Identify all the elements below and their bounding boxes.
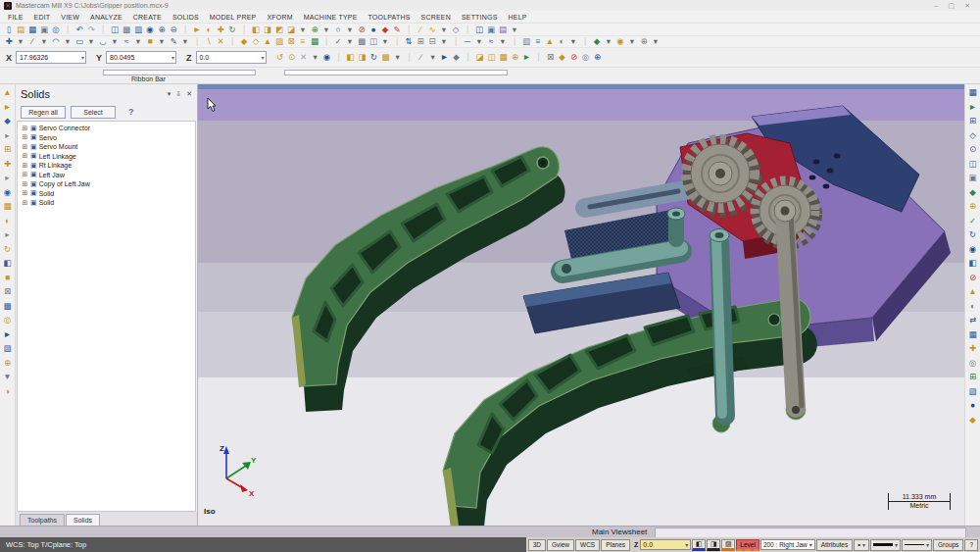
- toolbar-icon[interactable]: ∕: [416, 52, 427, 63]
- toolbar-icon[interactable]: ◎: [50, 25, 62, 35]
- toolbar-icon[interactable]: ◡: [97, 36, 109, 47]
- expand-icon[interactable]: ⊞: [22, 125, 28, 132]
- toolbar-icon[interactable]: ●: [966, 400, 979, 411]
- toolbar-icon[interactable]: ✕: [215, 36, 226, 47]
- status-z-input[interactable]: 0.0 ▾: [640, 539, 691, 550]
- toolbar-icon[interactable]: ▾: [132, 36, 144, 47]
- toolbar-icon[interactable]: ▾: [320, 25, 332, 35]
- color-swatch-button[interactable]: ◨: [707, 539, 720, 551]
- toolbar-icon[interactable]: ▾: [38, 36, 50, 47]
- toolbar-icon[interactable]: ✎: [168, 36, 179, 47]
- toolbar-icon[interactable]: ▾: [427, 52, 439, 63]
- toolbar-icon[interactable]: ◇: [450, 25, 462, 35]
- toolbar-icon[interactable]: ▾: [438, 36, 450, 47]
- toolbar-icon[interactable]: ≡: [297, 36, 309, 47]
- toolbar-icon[interactable]: ⊟: [426, 36, 438, 47]
- toolbar-icon[interactable]: ◎: [1, 315, 14, 326]
- collapse-icon[interactable]: ▾: [168, 90, 172, 98]
- expand-icon[interactable]: ⊞: [22, 133, 28, 141]
- toolbar-icon[interactable]: ▸: [1, 173, 14, 183]
- toolbar-icon[interactable]: ◪: [474, 52, 486, 63]
- tree-item[interactable]: ⊞ ▣ Solid: [22, 198, 195, 208]
- tree-item[interactable]: ⊞ ▣ Left Linkage: [22, 152, 195, 162]
- toolbar-icon[interactable]: ◉: [966, 244, 979, 255]
- menu-item[interactable]: MACHINE TYPE: [304, 14, 358, 21]
- toolbar-icon[interactable]: ▾: [438, 25, 450, 35]
- close-icon[interactable]: ✕: [186, 90, 192, 98]
- toolbar-icon[interactable]: ⊠: [285, 36, 297, 47]
- toolbar-icon[interactable]: ▦: [966, 329, 979, 340]
- toolbar-icon[interactable]: ↻: [368, 52, 380, 63]
- color-swatch-button[interactable]: ▨: [721, 539, 735, 551]
- toolbar-icon[interactable]: ▾: [509, 25, 520, 35]
- menu-item[interactable]: HELP: [509, 14, 527, 21]
- toolbar-icon[interactable]: ◫: [966, 159, 979, 170]
- toolbar-icon[interactable]: ▣: [966, 173, 979, 183]
- toolbar-icon[interactable]: ▩: [121, 25, 132, 35]
- toolbar-icon[interactable]: ▩: [380, 52, 392, 63]
- toolbar-icon[interactable]: ▾: [497, 36, 509, 47]
- toolbar-icon[interactable]: |: [404, 52, 416, 63]
- toolbar-icon[interactable]: ▲: [262, 36, 273, 47]
- tree-item[interactable]: ⊞ ▣ Rt Linkage: [22, 161, 195, 171]
- toolbar-icon[interactable]: ⊘: [356, 25, 368, 35]
- toolbar-icon[interactable]: ▨: [1, 343, 14, 354]
- menu-item[interactable]: TOOLPATHS: [368, 14, 411, 21]
- toolbar-icon[interactable]: ▸: [1, 130, 14, 141]
- toolbar-icon[interactable]: ✎: [391, 25, 403, 35]
- toolbar-icon[interactable]: ▲: [544, 36, 556, 47]
- toolbar-icon[interactable]: ▾: [379, 36, 391, 47]
- toolbar-icon[interactable]: ◆: [591, 36, 603, 47]
- toolbar-icon[interactable]: ▣: [38, 25, 50, 35]
- toolbar-icon[interactable]: ⊙: [966, 144, 979, 155]
- toolbar-icon[interactable]: ▾: [109, 36, 121, 47]
- toolbar-icon[interactable]: ◩: [273, 25, 285, 35]
- toolbar-icon[interactable]: ►: [1, 102, 14, 113]
- toolbar-icon[interactable]: ►: [521, 52, 533, 63]
- toolbar-icon[interactable]: ⊞: [415, 36, 426, 47]
- toolbar-icon[interactable]: ↻: [226, 25, 238, 35]
- toolbar-icon[interactable]: ⊘: [966, 273, 979, 283]
- menu-item[interactable]: MODEL PREP: [210, 14, 257, 21]
- tab-toolpaths[interactable]: Toolpaths: [20, 514, 65, 526]
- toolbar-icon[interactable]: ⇄: [966, 315, 979, 326]
- toolbar-icon[interactable]: |: [238, 25, 250, 35]
- toolbar-icon[interactable]: |: [463, 52, 474, 63]
- toolbar-icon[interactable]: ─: [462, 36, 473, 47]
- regen-all-button[interactable]: Regen all: [21, 106, 66, 119]
- toolbar-icon[interactable]: ▼: [1, 372, 14, 382]
- toolbar-icon[interactable]: |: [509, 36, 520, 47]
- groups-button[interactable]: Groups: [933, 539, 963, 551]
- toolbar-icon[interactable]: ≡: [532, 36, 544, 47]
- toolbar-icon[interactable]: ↺: [274, 52, 286, 63]
- toolbar-icon[interactable]: ◫: [486, 52, 498, 63]
- tree-item[interactable]: ⊞ ▣ Solid: [22, 189, 195, 199]
- select-button[interactable]: Select: [71, 106, 116, 119]
- status-mode-button[interactable]: 3D: [528, 539, 546, 551]
- toolbar-icon[interactable]: ⊕: [510, 52, 521, 63]
- toolbar-icon[interactable]: ✓: [332, 36, 344, 47]
- toolbar-icon[interactable]: ◆: [557, 52, 568, 63]
- expand-icon[interactable]: ⊞: [22, 143, 28, 151]
- toolbar-icon[interactable]: ◧: [345, 52, 357, 63]
- viewsheet-tab[interactable]: Main Viewsheet: [592, 527, 647, 536]
- chevron-down-icon[interactable]: ▾: [685, 541, 688, 548]
- toolbar-icon[interactable]: ◇: [966, 130, 979, 141]
- toolbar-icon[interactable]: ◆: [966, 415, 979, 426]
- toolbar-icon[interactable]: ◫: [368, 36, 379, 47]
- status-mode-button[interactable]: Planes: [601, 539, 630, 551]
- toolbar-icon[interactable]: ◆: [966, 187, 979, 198]
- ribbon-input[interactable]: [103, 70, 256, 75]
- toolbar-icon[interactable]: ▥: [132, 25, 144, 35]
- toolbar-icon[interactable]: ◇: [250, 36, 262, 47]
- toolbar-icon[interactable]: |: [191, 36, 203, 47]
- toolbar-icon[interactable]: ⊕: [592, 52, 604, 63]
- toolbar-icon[interactable]: ⊞: [1, 144, 14, 155]
- toolbar-icon[interactable]: ▾: [344, 25, 356, 35]
- toolbar-icon[interactable]: ◐: [556, 36, 567, 47]
- toolbar-icon[interactable]: ►: [1, 329, 14, 340]
- graphics-viewport[interactable]: Z Y X Iso 11.333 mm Metric: [198, 84, 964, 526]
- toolbar-icon[interactable]: ∿: [426, 25, 438, 35]
- toolbar-icon[interactable]: ⊕: [156, 25, 168, 35]
- toolbar-icon[interactable]: ▨: [966, 386, 979, 397]
